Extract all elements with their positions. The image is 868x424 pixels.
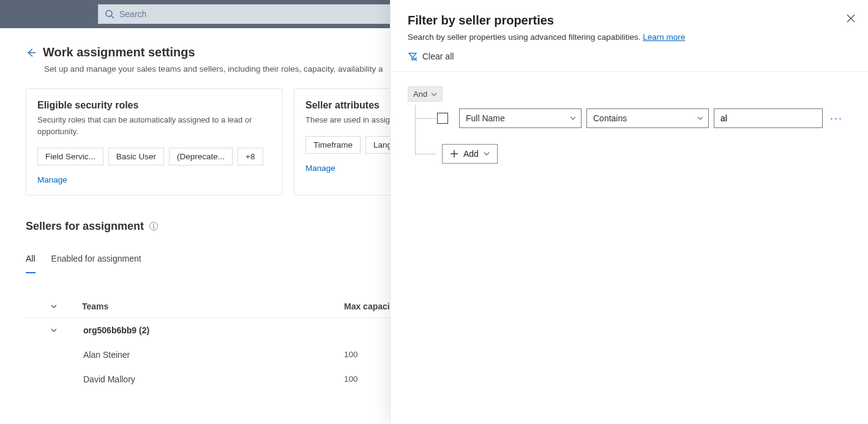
condition-checkbox[interactable] bbox=[437, 113, 448, 124]
card-security-roles-desc: Security roles that can be automatically… bbox=[37, 115, 271, 138]
table-row-group[interactable]: org506b6bb9 (2) bbox=[26, 318, 430, 343]
role-chip[interactable]: Field Servic... bbox=[37, 148, 103, 165]
info-icon[interactable] bbox=[149, 221, 159, 231]
clear-all-button[interactable]: Clear all bbox=[408, 51, 454, 61]
chevron-down-icon bbox=[570, 115, 576, 121]
filter-clear-icon bbox=[408, 51, 417, 61]
value-input[interactable] bbox=[720, 113, 816, 123]
filter-panel-title: Filter by seller properties bbox=[408, 13, 851, 28]
close-icon[interactable] bbox=[846, 13, 856, 23]
seller-name: Alan Steiner bbox=[82, 350, 344, 360]
col-teams[interactable]: Teams bbox=[82, 301, 344, 311]
seller-name: David Mallory bbox=[82, 374, 344, 384]
svg-point-0 bbox=[106, 10, 112, 17]
add-condition-label: Add bbox=[463, 149, 479, 159]
chevron-down-icon bbox=[431, 91, 437, 97]
chevron-down-icon bbox=[484, 151, 490, 157]
operator-select[interactable]: Contains bbox=[586, 108, 709, 128]
field-select[interactable]: Full Name bbox=[459, 108, 582, 128]
plus-icon bbox=[450, 150, 458, 158]
card-security-roles: Eligible security roles Security roles t… bbox=[26, 88, 283, 195]
tree-line bbox=[415, 118, 436, 119]
clear-all-label: Clear all bbox=[422, 51, 454, 61]
operator-select-value: Contains bbox=[593, 113, 627, 123]
tab-enabled[interactable]: Enabled for assignment bbox=[51, 249, 141, 273]
table-row[interactable]: Alan Steiner 100 bbox=[26, 343, 430, 367]
manage-attrs-link[interactable]: Manage bbox=[305, 164, 335, 173]
logic-operator-label: And bbox=[413, 89, 427, 99]
filter-panel: Filter by seller properties Search by se… bbox=[391, 0, 868, 424]
filter-panel-subtitle: Search by seller properties using advanc… bbox=[408, 32, 643, 42]
chevron-down-icon[interactable] bbox=[50, 303, 58, 310]
value-input-wrap[interactable] bbox=[714, 108, 823, 128]
tab-all[interactable]: All bbox=[26, 249, 36, 273]
svg-point-4 bbox=[153, 224, 154, 225]
tree-line bbox=[415, 154, 436, 154]
role-chip[interactable]: (Deprecate... bbox=[169, 148, 233, 165]
condition-row: Full Name Contains ··· bbox=[437, 108, 845, 128]
page-title: Work assignment settings bbox=[43, 45, 195, 59]
add-condition-button[interactable]: Add bbox=[442, 144, 498, 164]
search-icon bbox=[105, 9, 114, 19]
attr-chip[interactable]: Timeframe bbox=[305, 136, 361, 154]
tree-line bbox=[415, 105, 416, 155]
sellers-table: Teams Max capacity org506b6bb9 (2) Alan … bbox=[26, 295, 430, 392]
chevron-down-icon bbox=[697, 115, 703, 121]
group-name: org506b6bb9 (2) bbox=[82, 325, 344, 335]
card-security-roles-title: Eligible security roles bbox=[37, 100, 271, 111]
logic-operator-select[interactable]: And bbox=[408, 86, 443, 102]
field-select-value: Full Name bbox=[466, 113, 505, 123]
global-search[interactable] bbox=[98, 4, 398, 24]
learn-more-link[interactable]: Learn more bbox=[643, 32, 685, 42]
more-icon[interactable]: ··· bbox=[828, 112, 845, 125]
table-row[interactable]: David Mallory 100 bbox=[26, 367, 430, 392]
chevron-down-icon[interactable] bbox=[50, 327, 58, 334]
back-icon[interactable] bbox=[26, 47, 37, 58]
manage-roles-link[interactable]: Manage bbox=[37, 175, 67, 184]
global-search-input[interactable] bbox=[119, 9, 391, 19]
sellers-section-title: Sellers for assignment bbox=[26, 220, 144, 233]
svg-rect-5 bbox=[153, 225, 154, 229]
role-chip-more[interactable]: +8 bbox=[238, 148, 263, 165]
svg-line-1 bbox=[111, 16, 114, 18]
role-chip[interactable]: Basic User bbox=[108, 148, 164, 165]
